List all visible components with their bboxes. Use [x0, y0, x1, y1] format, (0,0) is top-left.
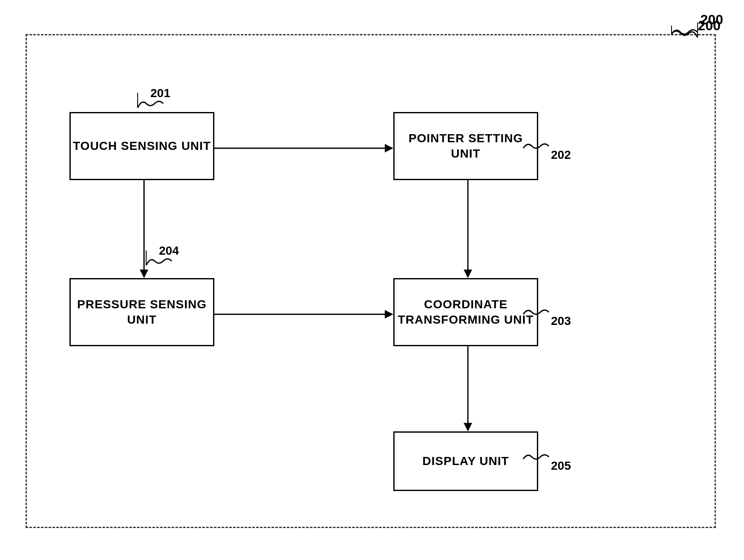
- pressure-sensing-unit-label: PRESSURE SENSING UNIT: [71, 297, 213, 328]
- ref-205-wavy: [519, 451, 553, 468]
- ref-201-wavy: [133, 91, 167, 112]
- pointer-setting-unit-box: POINTER SETTING UNIT: [393, 112, 538, 180]
- touch-sensing-unit-label: TOUCH SENSING UNIT: [73, 138, 211, 154]
- svg-marker-8: [464, 270, 472, 278]
- ref-202-wavy: [519, 140, 553, 157]
- pointer-setting-unit-label: POINTER SETTING UNIT: [395, 131, 537, 162]
- display-unit-label: DISPLAY UNIT: [422, 454, 509, 469]
- touch-sensing-unit-box: TOUCH SENSING UNIT: [69, 112, 214, 180]
- arrow-pressure-to-coord: [214, 306, 395, 323]
- ref-203-wavy: [519, 306, 553, 323]
- diagram-container: 200 TOUCH SENSING UNIT 201 POINTER SETTI…: [26, 34, 716, 528]
- ref-202-label: 202: [551, 148, 571, 162]
- arrow-touch-to-pressure: [136, 180, 153, 280]
- svg-marker-12: [464, 423, 472, 431]
- coordinate-transforming-unit-label: COORDINATE TRANSFORMING UNIT: [395, 297, 537, 328]
- pressure-sensing-unit-box: PRESSURE SENSING UNIT: [69, 278, 214, 346]
- ref-200-connector: [667, 23, 706, 40]
- svg-marker-4: [385, 144, 393, 152]
- display-unit-box: DISPLAY UNIT: [393, 431, 538, 491]
- ref-205-label: 205: [551, 459, 571, 473]
- coordinate-transforming-unit-box: COORDINATE TRANSFORMING UNIT: [393, 278, 538, 346]
- arrow-coord-to-display: [459, 346, 476, 434]
- svg-marker-10: [385, 310, 393, 319]
- svg-marker-6: [140, 270, 148, 278]
- arrow-pointer-to-coord: [459, 180, 476, 280]
- arrow-touch-to-pointer: [214, 140, 395, 157]
- ref-203-label: 203: [551, 314, 571, 328]
